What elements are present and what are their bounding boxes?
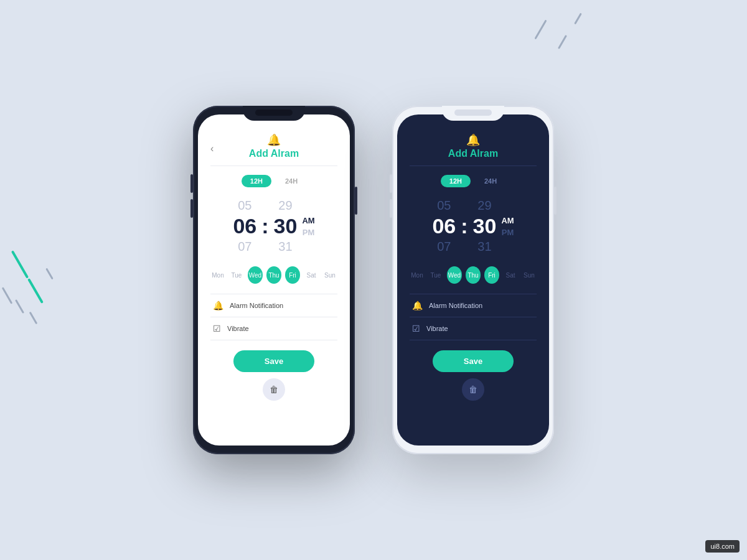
pm-text-light[interactable]: PM — [303, 228, 315, 237]
check-icon-light: ☑ — [213, 324, 221, 334]
alarm-notification-row-light[interactable]: 🔔 Alarm Notification — [210, 294, 337, 317]
back-button-light[interactable]: ‹ — [210, 143, 214, 154]
app-content-light: ‹ 🔔 Add Alram 12H 24H 05 06 07 — [198, 114, 350, 446]
days-row-light: Mon Tue Wed Thu Fri Sat Sun — [210, 266, 337, 284]
pm-text-dark[interactable]: PM — [502, 228, 514, 237]
app-header-dark: 🔔 Add Alram — [410, 133, 537, 166]
bell-icon-dark: 🔔 — [412, 301, 423, 310]
day-tue-dark[interactable]: Tue — [428, 266, 443, 284]
hour-prev-light: 05 — [238, 198, 251, 213]
day-sat-light[interactable]: Sat — [304, 266, 319, 284]
notch-light — [442, 106, 504, 121]
day-wed-dark[interactable]: Wed — [447, 266, 462, 284]
phone-dark-shell: ‹ 🔔 Add Alram 12H 24H 05 06 07 — [193, 106, 355, 454]
day-wed-light[interactable]: Wed — [248, 266, 263, 284]
colon-dark: : — [461, 214, 467, 238]
ampm-col-light: AM PM — [302, 216, 314, 237]
day-tue-light[interactable]: Tue — [229, 266, 244, 284]
hour-prev-dark: 05 — [437, 198, 451, 213]
format-toggle-dark: 12H 24H — [441, 175, 505, 187]
day-thu-dark[interactable]: Thu — [466, 266, 481, 284]
alarm-notification-label-light: Alarm Notification — [230, 302, 283, 309]
app-title-light: Add Alram — [249, 148, 299, 159]
hour-col-light: 05 06 07 — [233, 198, 256, 254]
vibrate-row-dark[interactable]: ☑ Vibrate — [410, 317, 537, 340]
format-toggle-light: 12H 24H — [242, 175, 306, 187]
time-picker-dark: 05 06 07 : 29 30 31 AM PM — [432, 198, 514, 254]
alarm-icon-dark: 🔔 — [466, 133, 480, 147]
24h-btn-light[interactable]: 24H — [276, 175, 306, 187]
notch-inner-dark — [255, 110, 293, 116]
12h-btn-dark[interactable]: 12H — [441, 175, 471, 187]
min-next-dark: 31 — [477, 240, 491, 254]
min-col-dark: 29 30 31 — [473, 198, 497, 254]
days-row-dark: Mon Tue Wed Thu Fri Sat Sun — [410, 266, 537, 284]
notch-inner-light — [454, 110, 492, 116]
12h-btn-light[interactable]: 12H — [242, 175, 271, 187]
screen-dark: 🔔 Add Alram 12H 24H 05 06 07 — [397, 114, 549, 446]
vol-dn-btn-dark — [190, 199, 193, 218]
min-next-light: 31 — [278, 240, 292, 254]
alarm-icon-light: 🔔 — [267, 133, 281, 147]
vibrate-row-light[interactable]: ☑ Vibrate — [210, 317, 337, 340]
day-sat-dark[interactable]: Sat — [503, 266, 518, 284]
hour-curr-dark: 06 — [432, 214, 456, 238]
24h-btn-dark[interactable]: 24H — [476, 175, 505, 187]
alarm-notification-label-dark: Alarm Notification — [429, 302, 482, 309]
power-btn-dark — [355, 187, 357, 215]
min-col-light: 29 30 31 — [274, 198, 298, 254]
phone-light-shell: 🔔 Add Alram 12H 24H 05 06 07 — [392, 106, 554, 454]
header-divider-dark — [410, 166, 537, 166]
am-text-dark[interactable]: AM — [501, 216, 514, 225]
min-prev-light: 29 — [278, 198, 292, 213]
vol-up-btn-dark — [190, 174, 193, 193]
bell-icon-light: 🔔 — [213, 301, 223, 310]
min-curr-light: 30 — [274, 214, 298, 238]
watermark: ui8.com — [705, 540, 740, 553]
notch-dark — [243, 106, 305, 121]
time-picker-light: 05 06 07 : 29 30 31 AM PM — [233, 198, 314, 254]
hour-col-dark: 05 06 07 — [432, 198, 456, 254]
day-mon-light[interactable]: Mon — [210, 266, 225, 284]
app-content-dark: 🔔 Add Alram 12H 24H 05 06 07 — [397, 114, 549, 446]
vol-dn-btn-light — [390, 199, 392, 218]
min-curr-dark: 30 — [473, 214, 497, 238]
min-prev-dark: 29 — [477, 198, 491, 213]
vibrate-label-light: Vibrate — [227, 325, 249, 332]
app-title-dark: Add Alram — [448, 148, 498, 159]
hour-next-dark: 07 — [437, 240, 451, 254]
day-thu-light[interactable]: Thu — [266, 266, 281, 284]
day-fri-light[interactable]: Fri — [285, 266, 300, 284]
alarm-notification-row-dark[interactable]: 🔔 Alarm Notification — [410, 294, 537, 317]
save-button-light[interactable]: Save — [233, 350, 314, 372]
vibrate-label-dark: Vibrate — [426, 325, 448, 332]
day-sun-dark[interactable]: Sun — [522, 266, 537, 284]
day-mon-dark[interactable]: Mon — [410, 266, 425, 284]
colon-light: : — [261, 214, 268, 238]
check-icon-dark: ☑ — [412, 324, 420, 334]
power-btn-light — [554, 187, 557, 215]
hour-next-light: 07 — [238, 240, 251, 254]
ampm-col-dark: AM PM — [501, 216, 514, 237]
hour-curr-light: 06 — [233, 214, 256, 238]
delete-button-light[interactable]: 🗑 — [263, 378, 285, 401]
am-text-light[interactable]: AM — [302, 216, 314, 225]
phones-container: ‹ 🔔 Add Alram 12H 24H 05 06 07 — [193, 106, 554, 454]
day-sun-light[interactable]: Sun — [322, 266, 337, 284]
day-fri-dark[interactable]: Fri — [484, 266, 499, 284]
vol-up-btn-light — [390, 174, 392, 193]
screen-light: ‹ 🔔 Add Alram 12H 24H 05 06 07 — [198, 114, 350, 446]
delete-button-dark[interactable]: 🗑 — [462, 378, 484, 401]
app-header-light: ‹ 🔔 Add Alram — [210, 133, 337, 166]
header-divider-light — [210, 166, 337, 166]
save-button-dark[interactable]: Save — [433, 350, 514, 372]
